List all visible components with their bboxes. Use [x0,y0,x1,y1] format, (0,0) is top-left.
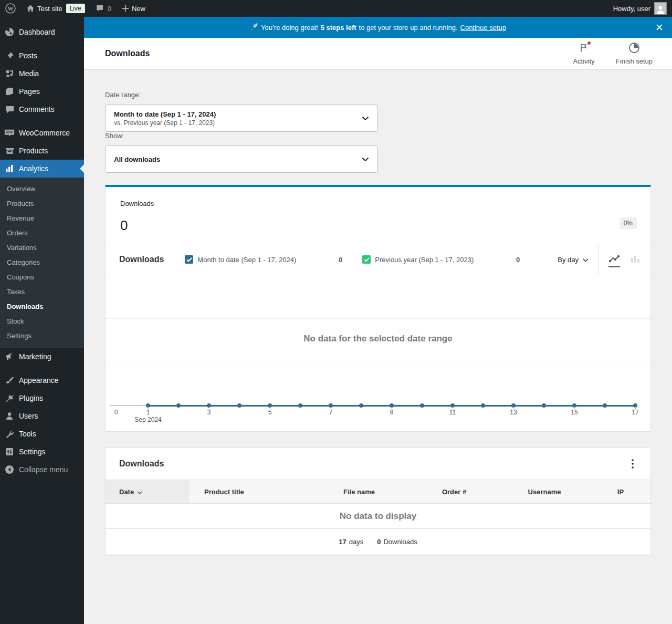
sidebar-item-label: Marketing [19,352,51,361]
new-content-button[interactable]: New [117,0,151,17]
sidebar-item-pages[interactable]: Pages [0,82,84,100]
legend-value: 0 [339,256,342,264]
column-header-file-name: File name [309,480,409,503]
submenu-item-orders[interactable]: Orders [0,226,84,241]
submenu-item-stock[interactable]: Stock [0,314,84,329]
chart-header: Downloads Month to date (Sep 1 - 17, 202… [106,245,650,274]
submenu-item-products[interactable]: Products [0,196,84,211]
products-icon [4,147,15,155]
sidebar-item-label: WooCommerce [19,129,70,137]
downloads-chart-card: Downloads 0 0% Downloads Month to date (… [105,185,651,432]
axis-tick [392,407,392,410]
howdy-user-link[interactable]: Howdy, user [613,5,650,13]
finish-setup-button[interactable]: Finish setup [611,43,657,65]
site-name-label: Test site [37,5,62,13]
submenu-item-taxes[interactable]: Taxes [0,285,84,299]
table-title: Downloads [119,459,164,469]
sidebar: Dashboard Posts Media Pages Comments WOO… [0,17,84,624]
sidebar-item-marketing[interactable]: Marketing [0,348,84,366]
data-point [176,403,181,408]
sidebar-item-woocommerce[interactable]: WOO WooCommerce [0,124,84,142]
table-footer: 17 days 0 Downloads [106,528,650,555]
column-header-date[interactable]: Date [106,480,190,503]
menu-separator [0,118,84,124]
sidebar-item-media[interactable]: Media [0,65,84,82]
x-tick-label: 7 [329,409,333,416]
sidebar-item-label: Posts [19,51,37,60]
interval-select[interactable]: By day [548,256,598,264]
chart-plot-area: No data for the selected date range 0 1 … [106,274,650,431]
sidebar-item-analytics[interactable]: Analytics [0,160,84,178]
sidebar-item-posts[interactable]: Posts [0,47,84,65]
submenu-item-variations[interactable]: Variations [0,241,84,255]
gridline [106,361,650,361]
sidebar-item-label: Users [19,412,38,420]
downloads-label: Downloads [383,538,417,546]
comment-count: 0 [108,5,111,13]
submenu-item-coupons[interactable]: Coupons [0,270,84,285]
user-avatar[interactable] [654,2,667,15]
comments-button[interactable]: 0 [90,0,117,17]
axis-tick [148,407,149,410]
close-icon[interactable] [654,22,665,33]
finish-setup-label: Finish setup [616,57,653,65]
column-label: Username [528,488,561,496]
column-label: Order # [442,488,466,496]
days-count: 17 [339,538,346,546]
continue-setup-link[interactable]: Continue setup [460,24,506,32]
summary-value: 0 [120,217,128,234]
sidebar-item-products[interactable]: Products [0,142,84,160]
table-empty-message: No data to display [106,504,650,528]
data-point [298,403,302,408]
column-header-order: Order # [409,480,499,503]
menu-separator [0,366,84,371]
days-label: days [349,538,363,546]
column-label: File name [343,488,375,496]
sort-chevron-icon [137,488,142,496]
sidebar-item-label: Products [19,147,48,155]
sidebar-item-settings[interactable]: Settings [0,443,84,461]
comment-bubble-icon [96,4,104,13]
line-chart-button[interactable] [608,252,620,267]
date-range-label: Date range: [105,91,141,99]
submenu-item-categories[interactable]: Categories [0,255,84,270]
sidebar-item-appearance[interactable]: Appearance [0,371,84,389]
x-tick-label: 13 [510,409,517,416]
data-point [603,403,607,408]
sidebar-item-comments[interactable]: Comments [0,100,84,118]
chevron-down-icon [362,116,369,121]
chevron-down-icon [583,256,589,264]
legend-previous-period[interactable]: Previous year (Sep 1 - 17, 2023) 0 [362,255,520,264]
wordpress-logo-button[interactable]: W [0,0,21,17]
sidebar-item-users[interactable]: Users [0,407,84,425]
legend-current-period[interactable]: Month to date (Sep 1 - 17, 2024) 0 [185,255,342,264]
notification-dot [587,41,591,45]
user-icon [4,412,15,420]
kebab-menu-icon[interactable] [625,456,640,471]
sidebar-item-dashboard[interactable]: Dashboard [0,23,84,41]
submenu-item-overview[interactable]: Overview [0,182,84,196]
sliders-icon [4,448,15,456]
submenu-item-revenue[interactable]: Revenue [0,211,84,226]
column-header-product-title: Product title [190,480,309,503]
inactive-indicator [629,266,641,267]
table-header-row: Date Product title File name Order # Use… [106,480,650,504]
submenu-item-downloads[interactable]: Downloads [0,299,84,314]
bar-chart-button[interactable] [629,252,641,267]
activity-button[interactable]: Activity [561,43,607,65]
submenu-item-settings[interactable]: Settings [0,329,84,344]
collapse-menu-button[interactable]: Collapse menu [0,461,84,479]
show-select[interactable]: All downloads [105,145,378,173]
sidebar-item-label: Dashboard [19,28,55,36]
column-header-ip: IP [590,480,652,503]
plus-icon [122,5,129,12]
sidebar-item-tools[interactable]: Tools [0,425,84,443]
page-title: Downloads [105,49,150,58]
wordpress-logo-icon: W [5,3,16,14]
downloads-count: 0 [377,538,381,546]
downloads-summary-tile[interactable]: Downloads 0 0% [106,187,650,245]
axis-tick [513,407,514,410]
sidebar-item-plugins[interactable]: Plugins [0,389,84,407]
site-name-link[interactable]: Test site Live [21,0,90,17]
date-range-select[interactable]: Month to date (Sep 1 - 17, 2024) vs. Pre… [105,105,378,132]
